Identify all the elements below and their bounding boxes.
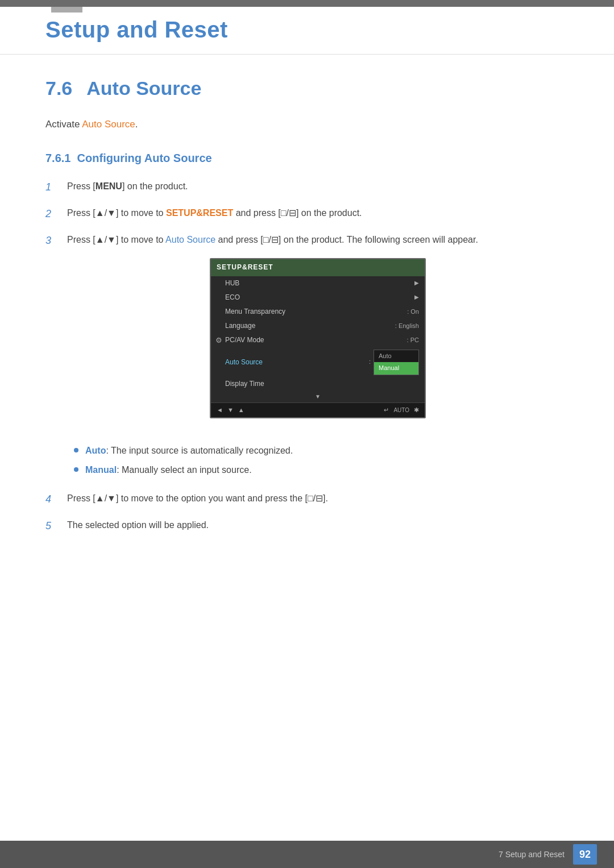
language-value: : English <box>395 321 419 331</box>
subsection-number: 7.6.1 <box>45 152 70 164</box>
step-1-number: 1 <box>45 179 63 196</box>
menu-row-hub: HUB <box>211 276 425 290</box>
steps-list: 1 Press [MENU] on the product. 2 Press [… <box>45 179 569 433</box>
intro-highlight: Auto Source <box>82 119 135 130</box>
menu-row-autosource: Auto Source : Auto Manual <box>211 348 425 377</box>
subsection-title: Configuring Auto Source <box>77 152 212 164</box>
language-label: Language <box>225 321 395 331</box>
intro-text-before: Activate <box>45 119 82 130</box>
menu-header: SETUP&RESET <box>211 259 425 276</box>
bullet-auto-text: Auto: The input source is automatically … <box>85 444 293 458</box>
intro-text-after: . <box>135 119 138 130</box>
nav-left-icon: ◄ <box>217 405 223 416</box>
section-heading: 7.6Auto Source <box>45 77 569 99</box>
autosource-label: Auto Source <box>225 357 369 368</box>
setup-reset-keyword: SETUP&RESET <box>166 208 233 218</box>
auto-source-keyword: Auto Source <box>165 235 215 244</box>
transparency-label: Menu Transparency <box>225 306 407 317</box>
nav-down-icon: ▼ <box>227 405 234 416</box>
subsection-heading: 7.6.1 Configuring Auto Source <box>45 152 569 165</box>
settings-icon: ✱ <box>414 405 419 416</box>
bullet-manual: Manual: Manually select an input source. <box>74 463 569 477</box>
transparency-value: : On <box>407 307 419 317</box>
auto-label: AUTO <box>393 406 409 415</box>
main-content: 7.6Auto Source Activate Auto Source. 7.6… <box>0 77 614 534</box>
step-5-text: The selected option will be applied. <box>67 518 569 533</box>
steps-list-cont: 4 Press [▲/▼] to move to the option you … <box>45 491 569 534</box>
auto-bullet-label: Auto <box>85 446 106 455</box>
bullet-dot-manual <box>74 467 78 472</box>
menu-row-eco: ECO <box>211 290 425 305</box>
page-title: Setup and Reset <box>45 17 569 43</box>
section-title: Auto Source <box>86 77 201 99</box>
menu-keyword: MENU <box>96 181 122 191</box>
displaytime-label: Display Time <box>225 379 419 389</box>
autosource-colon: : <box>369 357 371 367</box>
nav-up-icon: ▲ <box>238 405 244 416</box>
step-3: 3 Press [▲/▼] to move to Auto Source and… <box>45 232 569 433</box>
footer-chapter-text: 7 Setup and Reset <box>499 850 565 859</box>
intro-paragraph: Activate Auto Source. <box>45 117 569 132</box>
menu-bottom-bar: ◄ ▼ ▲ ↵ AUTO ✱ <box>211 402 425 418</box>
menu-row-displaytime: Display Time <box>211 377 425 391</box>
section-number: 7.6 <box>45 77 72 99</box>
bullet-manual-text: Manual: Manually select an input source. <box>85 463 252 477</box>
enter-icon: ↵ <box>384 405 389 416</box>
hub-label: HUB <box>225 278 419 289</box>
bullet-auto: Auto: The input source is automatically … <box>74 444 569 458</box>
sub-options-panel: Auto Manual <box>374 350 419 375</box>
step-2-text: Press [▲/▼] to move to SETUP&RESET and p… <box>67 206 569 221</box>
step-2-number: 2 <box>45 206 63 222</box>
manual-bullet-label: Manual <box>85 465 117 475</box>
step-5: 5 The selected option will be applied. <box>45 518 569 534</box>
step-2: 2 Press [▲/▼] to move to SETUP&RESET and… <box>45 206 569 222</box>
gear-icon: ⚙ <box>215 335 222 347</box>
eco-label: ECO <box>225 292 419 303</box>
sub-opt-manual: Manual <box>374 362 418 375</box>
step-3-text: Press [▲/▼] to move to Auto Source and p… <box>67 232 569 433</box>
menu-row-transparency: Menu Transparency : On <box>211 305 425 319</box>
step-1-text: Press [MENU] on the product. <box>67 179 569 194</box>
menu-row-language: Language : English <box>211 319 425 333</box>
footer-page-number: 92 <box>573 844 597 865</box>
step-3-number: 3 <box>45 232 63 249</box>
sub-opt-auto: Auto <box>374 350 418 363</box>
menu-row-pcav: ⚙ PC/AV Mode : PC <box>211 333 425 347</box>
top-tab <box>51 7 82 13</box>
step-5-number: 5 <box>45 518 63 534</box>
step-4-number: 4 <box>45 491 63 508</box>
scroll-indicator: ▼ <box>211 391 425 402</box>
pcav-label: PC/AV Mode <box>225 335 407 346</box>
pcav-value: : PC <box>407 335 419 346</box>
top-stripe <box>0 0 614 7</box>
page-title-area: Setup and Reset <box>0 0 614 55</box>
step-1: 1 Press [MENU] on the product. <box>45 179 569 196</box>
step-4: 4 Press [▲/▼] to move to the option you … <box>45 491 569 508</box>
step-4-text: Press [▲/▼] to move to the option you wa… <box>67 491 569 506</box>
footer: 7 Setup and Reset 92 <box>0 841 614 868</box>
bullet-dot-auto <box>74 448 78 452</box>
bullet-list: Auto: The input source is automatically … <box>74 444 569 477</box>
menu-screenshot: SETUP&RESET HUB ECO Menu Transparency : … <box>210 258 426 418</box>
